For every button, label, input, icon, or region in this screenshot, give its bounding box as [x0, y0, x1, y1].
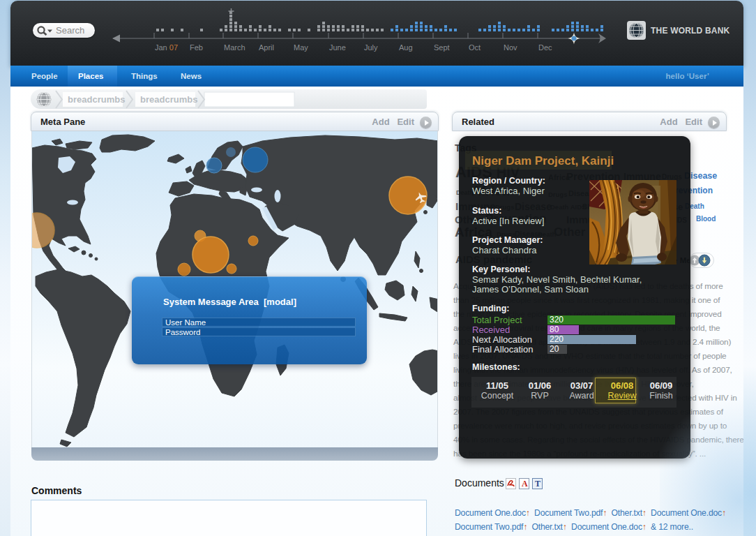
svg-text:Oct: Oct: [469, 43, 481, 52]
svg-text:A: A: [522, 479, 528, 489]
svg-text:March: March: [224, 43, 245, 52]
svg-text:Aug: Aug: [399, 43, 413, 52]
svg-text:May: May: [294, 43, 308, 52]
svg-text:THE WORLD BANK: THE WORLD BANK: [651, 26, 730, 36]
svg-text:Nov: Nov: [504, 43, 517, 52]
svg-text:Dec: Dec: [538, 43, 552, 52]
svg-text:April: April: [259, 43, 274, 52]
svg-text:T: T: [535, 479, 540, 489]
svg-text:Jan 07: Jan 07: [155, 43, 178, 52]
svg-text:Feb: Feb: [190, 43, 203, 52]
svg-text:June: June: [329, 43, 346, 52]
svg-text:Sept: Sept: [434, 43, 450, 52]
svg-text:July: July: [364, 43, 378, 52]
